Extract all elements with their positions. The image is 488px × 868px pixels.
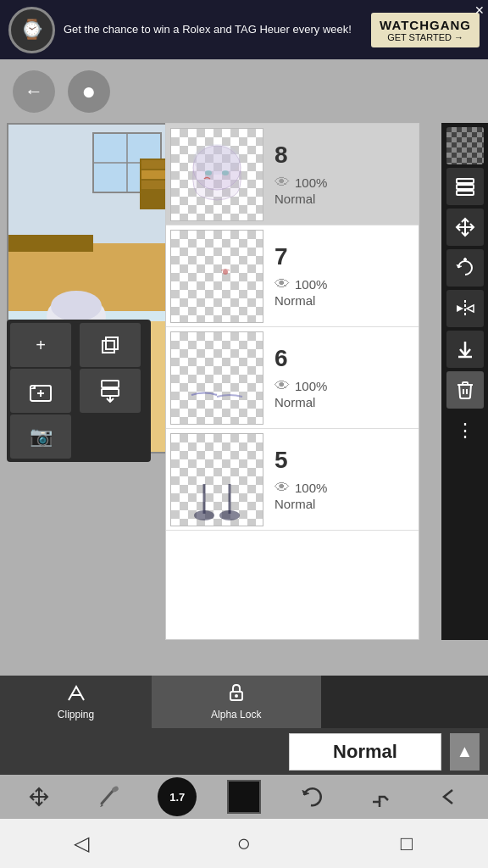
layer-number-7: 7 [274,245,288,269]
blend-mode-display[interactable]: Normal [289,733,441,771]
layer-thumb-6 [170,331,263,425]
svg-point-49 [205,170,212,175]
svg-point-50 [222,170,229,175]
svg-rect-57 [457,185,474,189]
svg-rect-56 [457,179,474,183]
brush-tool-button[interactable] [89,777,128,816]
brush-size-button[interactable]: 1.7 [158,777,197,816]
svg-marker-65 [467,305,474,312]
layer-thumb-8 [170,128,263,221]
duplicate-layer-button[interactable] [80,323,141,367]
ad-cta-button[interactable]: WATCHGANG GET STARTED → [371,13,480,47]
ad-banner: ⌚ Get the chance to win a Rolex and TAG … [0,0,488,59]
ad-brand: WATCHGANG [380,18,471,32]
alpha-lock-icon [227,683,246,706]
svg-rect-44 [102,381,119,387]
eye-icon-7[interactable]: 👁 [274,275,290,293]
tools-bar: 1.7 [0,775,488,819]
delete-layer-button[interactable] [446,371,484,409]
layer-mode-5: Normal [274,497,315,511]
checker-button[interactable] [446,127,484,164]
undo-button[interactable] [291,777,330,816]
layer-item-6[interactable]: 6 👁 100% Normal [166,327,419,429]
sys-home-button[interactable]: ○ [219,826,269,860]
layer-meta-8: 👁 100% [274,174,327,192]
layer-mode-6: Normal [274,395,315,409]
layer-meta-6: 👁 100% [274,377,327,395]
camera-button[interactable]: 📷 [10,415,71,459]
main-area: + 📷 [0,123,488,657]
brush-size-label: 1.7 [169,791,185,804]
blend-mode-arrow[interactable]: ▲ [450,733,480,771]
layer-mode-8: Normal [274,192,315,206]
layer-info-8: 8 👁 100% Normal [268,136,419,213]
flip-button[interactable] [446,290,484,327]
add-group-button[interactable] [10,369,71,413]
layer-info-5: 5 👁 100% Normal [268,442,419,518]
mini-toolbar: + 📷 [7,320,151,462]
move-button[interactable] [446,209,484,246]
sys-recent-button[interactable]: □ [381,826,432,860]
layer-meta-5: 👁 100% [274,479,327,497]
svg-rect-58 [457,191,474,195]
alpha-lock-button[interactable]: Alpha Lock [152,676,321,728]
system-nav-bar: ◁ ○ □ [0,819,488,868]
layer-item-7[interactable]: 7 👁 100% Normal [166,225,419,327]
alpha-lock-label: Alpha Lock [211,709,261,721]
clipping-button[interactable]: Clipping [0,676,152,728]
sys-back-button[interactable]: ◁ [56,826,107,860]
bottom-bar1: Clipping Alpha Lock [0,676,488,728]
back-arrow-button[interactable] [430,777,469,816]
svg-point-72 [235,694,238,698]
layer-thumb-7 [170,230,263,323]
ad-close-button[interactable]: ✕ [474,3,485,17]
top-bar: ← ● [0,59,488,123]
eye-icon-6[interactable]: 👁 [274,377,290,395]
back-button[interactable]: ← [13,70,55,113]
layer-5-content [175,437,259,522]
layer-meta-7: 👁 100% [274,275,327,293]
transform-tool-button[interactable] [19,777,58,816]
svg-rect-38 [106,337,118,349]
blend-mode-bar: Normal ▲ [0,728,488,775]
rotate-button[interactable] [446,249,484,287]
ad-cta-label: GET STARTED → [380,32,471,42]
svg-point-27 [51,291,102,321]
layer-number-8: 8 [274,143,288,167]
layer-info-7: 7 👁 100% Normal [268,238,419,314]
layer-opacity-7: 100% [295,277,327,292]
add-layer-button[interactable]: + [10,323,71,367]
layer-thumb-5 [170,433,263,526]
redo-button[interactable] [360,777,399,816]
svg-point-55 [219,510,240,520]
merge-layers-button[interactable] [80,369,141,413]
ad-text: Get the chance to win a Rolex and TAG He… [55,22,371,37]
svg-marker-64 [457,305,463,312]
svg-point-48 [193,144,241,175]
layers-panel[interactable]: 8 👁 100% Normal 7 👁 100% [165,123,419,640]
layer-opacity-6: 100% [295,379,327,393]
svg-line-75 [102,790,114,804]
clipping-label: Clipping [58,709,94,721]
eye-icon-5[interactable]: 👁 [274,479,290,497]
layer-7-content [175,234,259,319]
layer-6-content [175,336,259,420]
layer-opacity-8: 100% [295,175,327,190]
clipping-icon [67,683,86,706]
arrow-down-button[interactable] [446,331,484,368]
more-options-button[interactable]: ⋮ [446,412,484,449]
right-tools-panel: ⋮ [441,123,488,640]
menu-button[interactable]: ● [68,70,110,113]
layer-item-5[interactable]: 5 👁 100% Normal [166,429,419,531]
color-swatch[interactable] [227,780,261,814]
layer-info-6: 6 👁 100% Normal [268,340,419,416]
layer-number-5: 5 [274,448,288,472]
svg-point-54 [194,510,214,520]
eye-icon-8[interactable]: 👁 [274,174,290,192]
layers-button[interactable] [446,168,484,205]
layer-opacity-5: 100% [295,481,327,495]
watch-icon: ⌚ [8,7,55,53]
layer-mode-7: Normal [274,293,315,308]
layer-item-8[interactable]: 8 👁 100% Normal [166,124,419,225]
svg-rect-37 [103,341,114,353]
